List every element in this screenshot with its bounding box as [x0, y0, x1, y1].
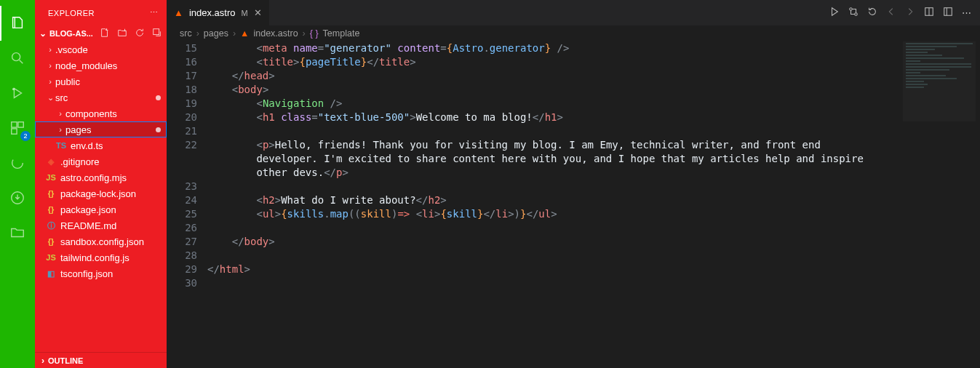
- activity-explorer[interactable]: [0, 6, 35, 41]
- svg-rect-7: [154, 29, 159, 35]
- arrow-left-icon: [886, 7, 896, 17]
- tree-label: node_modules: [55, 60, 117, 71]
- chevron-right-icon: ›: [55, 125, 65, 134]
- js-icon: JS: [45, 173, 57, 182]
- breadcrumb-symbol[interactable]: Template: [323, 28, 360, 39]
- tree-label: sandbox.config.json: [60, 236, 144, 247]
- tree-folder-components[interactable]: ›components: [35, 105, 167, 121]
- files-icon: [9, 15, 25, 31]
- tab-close-button[interactable]: ✕: [254, 7, 262, 18]
- chevron-right-icon: ›: [45, 45, 55, 54]
- activity-download[interactable]: [0, 180, 35, 215]
- split-icon: [924, 7, 934, 17]
- chevron-right-icon: ›: [303, 28, 306, 39]
- split-button[interactable]: [924, 7, 934, 19]
- json-icon: {}: [45, 237, 57, 246]
- breadcrumb-src[interactable]: src: [180, 28, 192, 39]
- activity-bar: 2: [0, 0, 35, 368]
- tree-folder-node-modules[interactable]: ›node_modules: [35, 57, 167, 73]
- git-icon: ◈: [45, 157, 57, 167]
- tree-label: .gitignore: [60, 156, 99, 167]
- tree-folder-vscode[interactable]: ›.vscode: [35, 41, 167, 57]
- tree-label: README.md: [60, 220, 116, 231]
- new-folder-icon: [117, 28, 127, 38]
- code-content[interactable]: <meta name="generator" content={Astro.ge…: [207, 41, 980, 368]
- tree-file-envdts[interactable]: TSenv.d.ts: [35, 137, 167, 153]
- layout-button[interactable]: [943, 7, 953, 19]
- tabs-bar: ▲ index.astro M ✕ ⋯: [167, 0, 980, 25]
- tree-label: pages: [65, 124, 91, 135]
- new-file-button[interactable]: [100, 28, 110, 39]
- breadcrumbs[interactable]: src › pages › ▲ index.astro › { } Templa…: [167, 25, 980, 41]
- activity-search[interactable]: [0, 41, 35, 76]
- svg-rect-4: [12, 129, 17, 134]
- sidebar-more-button[interactable]: ⋯: [150, 8, 159, 17]
- editor-area: ▲ index.astro M ✕ ⋯ src › pages › ▲ inde…: [167, 0, 980, 368]
- git-compare-icon: [848, 7, 859, 17]
- collapse-all-button[interactable]: [152, 28, 162, 39]
- tree-file-pkglock[interactable]: {}package-lock.json: [35, 185, 167, 201]
- chevron-right-icon: ›: [196, 28, 199, 39]
- outline-section-header[interactable]: › OUTLINE: [35, 352, 167, 368]
- breadcrumb-file[interactable]: index.astro: [253, 28, 298, 39]
- outline-label: OUTLINE: [48, 356, 83, 365]
- tree-file-astrocfg[interactable]: JSastro.config.mjs: [35, 169, 167, 185]
- tree-label: .vscode: [55, 44, 88, 55]
- editor-actions: ⋯: [829, 0, 980, 25]
- editor-body[interactable]: 15161718192021222324252627282930 <meta n…: [167, 41, 980, 368]
- astro-icon: ▲: [240, 28, 249, 39]
- tree-label: tsconfig.json: [60, 268, 113, 279]
- chevron-down-icon: ⌄: [38, 28, 48, 39]
- tree-label: tailwind.config.js: [60, 252, 130, 263]
- chevron-right-icon: ›: [38, 356, 48, 366]
- activity-progress[interactable]: [0, 145, 35, 180]
- folder-icon: [9, 225, 25, 241]
- chevron-right-icon: ›: [45, 61, 55, 70]
- new-folder-button[interactable]: [117, 28, 127, 39]
- tab-index-astro[interactable]: ▲ index.astro M ✕: [167, 0, 270, 25]
- braces-icon: { }: [310, 28, 319, 39]
- svg-point-0: [12, 53, 20, 61]
- svg-rect-3: [18, 122, 23, 127]
- breadcrumb-pages[interactable]: pages: [204, 28, 228, 39]
- tree-file-tailwind[interactable]: JStailwind.config.js: [35, 249, 167, 265]
- minimap[interactable]: [903, 41, 976, 121]
- workspace-name: BLOG-AS...: [49, 29, 93, 38]
- svg-point-5: [12, 158, 23, 169]
- info-icon: ⓘ: [45, 220, 57, 231]
- nav-fwd[interactable]: [905, 7, 915, 19]
- tree-file-gitignore[interactable]: ◈.gitignore: [35, 153, 167, 169]
- tree-label: src: [55, 92, 68, 103]
- tab-filename: index.astro: [189, 7, 236, 18]
- tree-folder-public[interactable]: ›public: [35, 73, 167, 89]
- activity-extensions[interactable]: 2: [0, 111, 35, 145]
- tree-file-tsconfig[interactable]: ◧tsconfig.json: [35, 265, 167, 281]
- activity-files2[interactable]: [0, 215, 35, 250]
- workspace-section-header[interactable]: ⌄ BLOG-AS...: [35, 25, 167, 41]
- nav-back[interactable]: [886, 7, 896, 19]
- extensions-badge: 2: [20, 131, 31, 141]
- tree-file-pkg[interactable]: {}package.json: [35, 201, 167, 217]
- activity-run[interactable]: [0, 76, 35, 111]
- chevron-right-icon: ›: [55, 109, 65, 118]
- modified-dot-icon: [156, 95, 161, 100]
- editor-more-button[interactable]: ⋯: [962, 7, 971, 18]
- download-icon: [9, 190, 25, 206]
- refresh-button[interactable]: [135, 28, 145, 39]
- revert-button[interactable]: [867, 7, 877, 19]
- layout-icon: [943, 7, 953, 17]
- tree-folder-pages[interactable]: ›pages: [35, 121, 167, 137]
- tree-label: components: [65, 108, 117, 119]
- astro-icon: ▲: [174, 7, 183, 18]
- tree-file-sandbox[interactable]: {}sandbox.config.json: [35, 233, 167, 249]
- branch-button[interactable]: [848, 7, 859, 19]
- tree-file-readme[interactable]: ⓘREADME.md: [35, 217, 167, 233]
- loading-icon: [9, 155, 25, 171]
- run-button[interactable]: [829, 7, 840, 19]
- json-icon: {}: [45, 205, 57, 214]
- play-icon: [829, 7, 840, 17]
- line-number-gutter: 15161718192021222324252627282930: [167, 41, 207, 368]
- arrow-right-icon: [905, 7, 915, 17]
- svg-rect-2: [12, 122, 17, 127]
- tree-folder-src[interactable]: ⌄src: [35, 89, 167, 105]
